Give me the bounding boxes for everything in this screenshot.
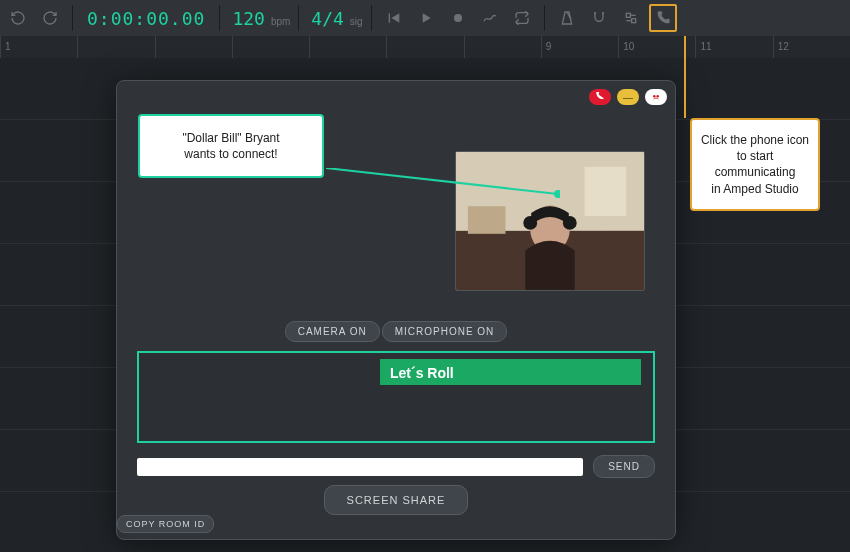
time-display[interactable]: 0:00:00.00 <box>81 8 211 29</box>
svg-rect-15 <box>585 167 627 216</box>
svg-rect-7 <box>626 13 630 17</box>
media-toggle-row: CAMERA ON MICROPHONE ON <box>117 321 675 342</box>
svg-marker-1 <box>391 13 399 22</box>
separator <box>219 5 220 31</box>
incoming-connect-callout: "Dollar Bill" Bryant wants to connect! <box>138 114 324 178</box>
svg-point-18 <box>523 216 537 230</box>
chat-log: Let´s Roll <box>137 351 655 443</box>
ruler-tick: 1 <box>0 36 77 58</box>
ruler-tick <box>232 36 309 58</box>
ruler-tick: 9 <box>541 36 618 58</box>
separator <box>371 5 372 31</box>
ruler-tick <box>155 36 232 58</box>
phone-tip-callout: Click the phone icon to start communicat… <box>690 118 820 211</box>
tool-button[interactable] <box>617 4 645 32</box>
panel-window-controls: — <box>589 89 667 105</box>
callout-text: communicating <box>698 164 812 180</box>
svg-rect-0 <box>388 13 389 22</box>
communicate-phone-button[interactable] <box>649 4 677 32</box>
ruler-tick: 11 <box>695 36 772 58</box>
signature-label: sig <box>350 16 363 27</box>
transport-bar: 0:00:00.00 120 bpm 4/4 sig <box>0 0 850 36</box>
ruler-tick: 12 <box>773 36 850 58</box>
redo-button[interactable] <box>36 4 64 32</box>
timeline-ruler[interactable]: 1 9 10 11 12 <box>0 36 850 58</box>
callout-text: "Dollar Bill" Bryant <box>146 130 316 146</box>
callout-text: to start <box>698 148 812 164</box>
record-button[interactable] <box>444 4 472 32</box>
metronome-button[interactable] <box>553 4 581 32</box>
message-input-row: SEND <box>137 455 655 478</box>
svg-point-11 <box>653 95 656 98</box>
minimize-button[interactable]: — <box>617 89 639 105</box>
ruler-tick <box>309 36 386 58</box>
hangup-button[interactable] <box>589 89 611 105</box>
svg-point-19 <box>563 216 577 230</box>
loop-button[interactable] <box>508 4 536 32</box>
remote-video-feed[interactable] <box>455 151 645 291</box>
copy-room-id-button[interactable]: COPY ROOM ID <box>117 515 214 533</box>
share-row: SCREEN SHARE <box>117 485 675 515</box>
ruler-tick <box>464 36 541 58</box>
ruler-tick <box>386 36 463 58</box>
callout-text: in Amped Studio <box>698 181 812 197</box>
callout-text: wants to connect! <box>146 146 316 162</box>
callout-text: Click the phone icon <box>698 132 812 148</box>
ruler-tick <box>77 36 154 58</box>
microphone-toggle-button[interactable]: MICROPHONE ON <box>382 321 508 342</box>
svg-point-12 <box>656 95 659 98</box>
message-input[interactable] <box>137 458 583 476</box>
camera-toggle-button[interactable]: CAMERA ON <box>285 321 380 342</box>
separator <box>544 5 545 31</box>
svg-point-3 <box>454 14 462 22</box>
send-button[interactable]: SEND <box>593 455 655 478</box>
snap-button[interactable] <box>585 4 613 32</box>
svg-rect-8 <box>631 19 635 23</box>
close-button[interactable] <box>645 89 667 105</box>
automation-button[interactable] <box>476 4 504 32</box>
tempo-label: bpm <box>271 16 290 27</box>
undo-button[interactable] <box>4 4 32 32</box>
chat-message: Let´s Roll <box>380 359 641 385</box>
svg-rect-16 <box>468 206 506 234</box>
play-button[interactable] <box>412 4 440 32</box>
go-to-start-button[interactable] <box>380 4 408 32</box>
tip-connector-line <box>684 36 686 118</box>
screen-share-button[interactable]: SCREEN SHARE <box>324 485 469 515</box>
signature-value[interactable]: 4/4 <box>307 8 348 29</box>
tempo-value[interactable]: 120 <box>228 8 269 29</box>
separator <box>72 5 73 31</box>
separator <box>298 5 299 31</box>
svg-marker-2 <box>422 13 430 22</box>
